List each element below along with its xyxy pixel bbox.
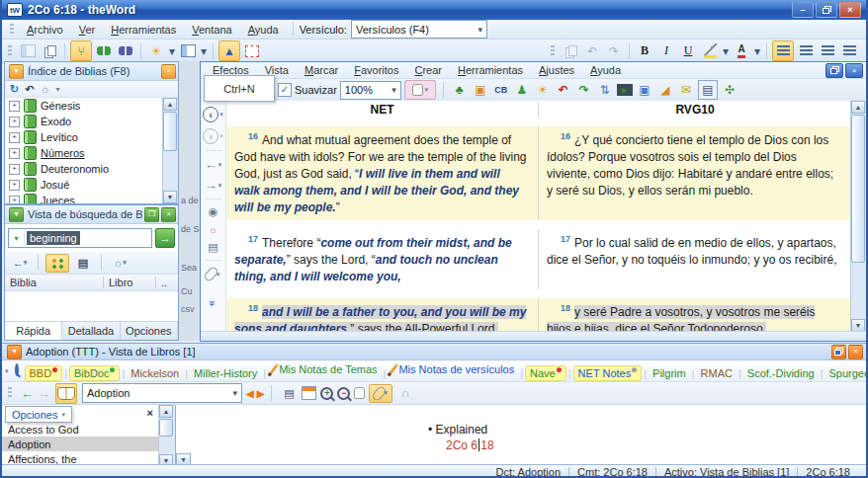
italic-button[interactable]: I — [656, 41, 676, 60]
scroll-up-icon[interactable]: ▲ — [851, 101, 865, 114]
chevron-down-icon[interactable]: ▾ — [56, 85, 60, 94]
highlighter-button[interactable] — [700, 41, 720, 60]
module-tab-nave[interactable]: Nave — [525, 365, 566, 381]
topic-row[interactable]: Access to God — [2, 422, 159, 437]
options-dropdown-button[interactable]: Opciones ▾ — [5, 406, 72, 423]
book-row[interactable]: +Génesis — [5, 98, 178, 114]
book-row[interactable]: +Jueces — [5, 193, 178, 203]
chevron-down-icon[interactable]: ▾ — [9, 230, 25, 246]
prev-topic-icon[interactable]: ◀ — [246, 388, 253, 399]
layout-dropdown[interactable]: ▾ — [200, 41, 208, 60]
search-bibles-button[interactable] — [94, 41, 114, 60]
bible-scrollbar[interactable]: ▲ ▼ — [850, 101, 867, 332]
scroll-thumb[interactable] — [163, 112, 177, 151]
module-tab-scof-dividing[interactable]: Scof.-Dividing — [743, 366, 819, 380]
bible-menu-item[interactable]: Herramientas — [450, 63, 531, 77]
book-view-close-button[interactable]: × — [848, 345, 863, 359]
redo-verse-button[interactable]: ↷ — [575, 81, 593, 99]
underline-button[interactable]: U — [678, 41, 698, 60]
tree-results-button[interactable] — [45, 254, 69, 273]
calendar-icon[interactable] — [302, 386, 316, 400]
verse-cell[interactable]: 18and I will be a father to you, and you… — [226, 298, 539, 332]
bible-view-maximize-button[interactable] — [825, 63, 843, 78]
expand-button[interactable]: ✣ — [721, 81, 738, 99]
book-row[interactable]: +Josué — [5, 177, 178, 193]
topics-close-icon[interactable]: × — [147, 407, 153, 419]
next-chapter-button[interactable]: →▾ — [205, 178, 222, 193]
bible-search-close-button[interactable]: × — [161, 207, 176, 222]
settings-button[interactable]: ☼▾ — [109, 255, 130, 272]
zoom-out-icon[interactable]: − — [337, 387, 350, 400]
book-row[interactable]: +Éxodo — [5, 114, 178, 129]
hand-tool-button[interactable]: ▾ — [404, 80, 436, 100]
panel-menu-icon[interactable]: ▾ — [9, 64, 24, 79]
bold-button[interactable]: B — [635, 41, 654, 60]
verse-reference-link[interactable]: 2Co 6:18 — [446, 438, 494, 452]
mail-button[interactable]: ✉ — [677, 81, 695, 99]
font-color-button[interactable]: A — [732, 41, 751, 60]
bible-menu-item[interactable]: Ayuda — [582, 63, 629, 77]
zoom-in-icon[interactable]: + — [320, 387, 333, 400]
expand-icon[interactable]: + — [9, 180, 20, 191]
scroll-thumb[interactable] — [159, 419, 173, 437]
book-view-maximize-button[interactable] — [831, 345, 846, 359]
undo-verse-button[interactable]: ↶ — [555, 81, 572, 99]
panel-menu-icon[interactable]: ▾ — [9, 207, 24, 222]
hand-tool-icon[interactable] — [354, 387, 365, 399]
verse-cell[interactable]: 16¿Y qué concierto tiene el templo de Di… — [539, 126, 851, 220]
topics-scrollbar[interactable]: ▲ ▼ — [158, 405, 175, 467]
module-tab-mickelson[interactable]: Mickelson — [127, 366, 183, 380]
scroll-down-icon[interactable]: ▼ — [163, 191, 177, 203]
tree-view-button[interactable]: ⑂ — [70, 40, 92, 61]
expand-icon[interactable]: + — [9, 132, 20, 143]
filmstrip-button[interactable]: ▶ — [617, 84, 633, 96]
scroll-thumb[interactable] — [851, 115, 865, 263]
refresh-icon[interactable]: ↻ — [10, 83, 19, 96]
compare-scroll-button[interactable]: ⇅ — [596, 81, 614, 99]
headset-button[interactable]: ∩ — [396, 384, 414, 402]
verse-cell[interactable]: 17Therefore “come out from their midst, … — [226, 229, 539, 289]
preview-document-button[interactable]: ▤ — [208, 241, 217, 254]
paperclip-button[interactable]: ▾ — [207, 267, 220, 281]
sun-button[interactable]: ☀ — [534, 81, 552, 99]
column-libro[interactable]: Libro — [104, 277, 155, 288]
expand-icon[interactable]: + — [9, 101, 20, 112]
next-topic-icon[interactable]: ▶ — [257, 388, 264, 399]
person-button[interactable]: ♟ — [513, 81, 531, 99]
copy-button[interactable] — [40, 41, 59, 60]
effects-button[interactable]: ☀ — [146, 41, 166, 60]
chevron-down-icon[interactable]: ▾ — [5, 367, 9, 375]
undo-button[interactable]: ↶ — [582, 41, 602, 60]
list-results-button[interactable]: ▤ — [72, 255, 94, 272]
close-button[interactable]: × — [839, 2, 861, 18]
module-tab-rmac[interactable]: RMAC — [697, 366, 737, 380]
book-row[interactable]: +Deuteronomio — [5, 161, 178, 177]
font-color-dropdown[interactable]: ▾ — [753, 41, 761, 60]
copy-verse-button[interactable] — [561, 41, 580, 60]
window-icon-button[interactable] — [18, 41, 38, 60]
verse-cell[interactable]: 17Por lo cual salid de en medio de ellos… — [539, 229, 851, 289]
bible-horizontal-scrollbar[interactable] — [201, 331, 867, 341]
module-tab-mis-notas-de-temas[interactable]: Mis Notas de Temas — [268, 361, 381, 378]
align-right-button[interactable] — [796, 41, 816, 60]
menu-item[interactable]: Ver — [71, 22, 104, 38]
module-tab-mis-notas-de-vers-culos[interactable]: Mis Notas de versículos — [388, 361, 518, 378]
menu-item[interactable]: Archivo — [19, 22, 71, 38]
form-view-button[interactable]: ▤ — [698, 80, 718, 100]
scroll-up-icon[interactable]: ▲ — [159, 405, 173, 418]
fullscreen-button[interactable] — [242, 41, 262, 60]
bible-menu-item[interactable]: Favoritos — [346, 63, 406, 77]
bible-search-restore-button[interactable]: ❒ — [144, 207, 159, 222]
menu-item[interactable]: Ayuda — [240, 22, 287, 38]
verse-cell[interactable]: 18y seré Padre a vosotros, y vosotros me… — [539, 298, 851, 332]
book-list-scrollbar[interactable]: ▲ ▼ — [162, 98, 178, 203]
history-back-button[interactable]: ‹▾ — [203, 107, 223, 122]
zoom-select[interactable]: 100% ▾ — [340, 81, 401, 100]
compare-versions-button[interactable]: ♣ — [451, 81, 469, 99]
paperclip-button[interactable]: ▾ — [369, 384, 392, 403]
book-chapter-button[interactable]: CB — [492, 81, 510, 99]
column-more[interactable]: .. — [156, 277, 178, 288]
topic-select[interactable]: Adoption ▾ — [82, 383, 242, 403]
redo-button[interactable]: ↷ — [604, 41, 624, 60]
justify-button[interactable] — [839, 41, 859, 60]
